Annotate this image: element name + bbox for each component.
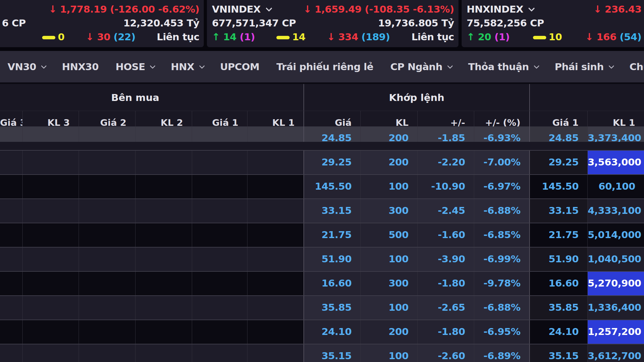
matched-orders-group-label: Khớp lệnh <box>389 92 444 103</box>
buy-cell-empty <box>79 344 136 362</box>
tab-thỏa-thuận[interactable]: Thỏa thuận <box>468 61 538 72</box>
buy-cell-empty <box>136 151 192 174</box>
sell-price-1-cell: 24.10 <box>530 320 588 344</box>
tab-label: CP Ngành <box>390 61 442 72</box>
buy-cell-empty <box>192 248 247 271</box>
buy-cell-empty <box>247 223 304 247</box>
chevron-down-icon[interactable] <box>528 5 535 12</box>
buy-cell-empty <box>0 248 23 271</box>
index-panel-row-3: 0↓ 30 (22)Liên tục <box>2 30 199 43</box>
buy-cell-empty <box>192 199 247 223</box>
change-pct-cell: -6.93% <box>474 126 530 142</box>
buy-side-group-label: Bên mua <box>111 92 159 103</box>
total-turnover: 12,320.453 Tỷ <box>123 17 199 29</box>
tab-hnx30[interactable]: HNX30 <box>62 61 98 72</box>
down-arrow-icon: ↓ <box>49 3 57 15</box>
floor-count: (54) <box>620 31 641 42</box>
index-selector[interactable]: VNINDEX <box>212 3 270 15</box>
sell-volume-1-cell: 3,563,000 <box>588 151 644 174</box>
change-pct-cell: -6.97% <box>474 175 530 198</box>
reference-count: 10 <box>533 31 562 42</box>
matched-volume-cell: 100 <box>361 248 418 271</box>
buy-cell-empty <box>79 126 136 142</box>
index-selector[interactable]: HNXINDEX <box>467 3 533 15</box>
price-table-row[interactable]: 35.15100-2.60-6.89%35.153,612,700 <box>0 344 644 362</box>
change-cell: -3.90 <box>418 248 474 271</box>
tab-label: Chứng <box>630 61 644 72</box>
tab-chứng[interactable]: Chứng <box>630 61 644 72</box>
change-pct-cell: -7.00% <box>474 151 530 174</box>
price-table-row[interactable]: 16.60300-1.80-9.78%16.605,270,900 <box>0 271 644 295</box>
sell-side-group-header <box>530 84 644 111</box>
buy-cell-empty <box>0 151 23 174</box>
tab-trái-phiếu-riêng-lẻ[interactable]: Trái phiếu riêng lẻ <box>276 61 373 72</box>
buy-cell-empty <box>136 296 192 320</box>
chevron-down-icon[interactable] <box>265 5 272 12</box>
tab-phái-sinh[interactable]: Phái sinh <box>555 61 613 72</box>
tab-upcom[interactable]: UPCOM <box>220 61 259 72</box>
tab-hose[interactable]: HOSE <box>116 61 154 72</box>
price-table-row[interactable]: 145.50100-10.90-6.97%145.5060,100 <box>0 174 644 198</box>
chevron-down-icon <box>150 63 155 69</box>
matched-price-cell: 24.10 <box>304 320 361 344</box>
price-table-row[interactable]: 24.10200-1.80-6.95%24.101,257,200 <box>0 320 644 344</box>
buy-cell-empty <box>247 320 304 344</box>
sell-volume-1-cell: 60,100 <box>588 175 644 198</box>
tab-label: HNX <box>171 61 194 72</box>
reference-count-value: 10 <box>549 31 562 42</box>
buy-cell-empty <box>247 151 304 174</box>
tab-label: UPCOM <box>220 61 259 72</box>
buy-cell-empty <box>192 126 247 142</box>
reference-dash-icon <box>276 36 290 39</box>
index-panel-row-1: ↓ 1,778.19 (-126.00 -6.62%) <box>2 3 199 16</box>
tab-label: HNX30 <box>62 61 98 72</box>
price-table-row[interactable]: 35.85100-2.65-6.88%35.851,336,400 <box>0 295 644 320</box>
buy-cell-empty <box>247 296 304 320</box>
change-cell: -2.45 <box>418 199 474 223</box>
buy-cell-empty <box>247 344 304 362</box>
buy-cell-empty <box>79 320 136 344</box>
price-table-row[interactable]: 33.15300-2.45-6.88%33.154,333,100 <box>0 198 644 223</box>
index-name: VNINDEX <box>212 3 261 15</box>
advancers-count: ↑ 20 (1) <box>467 31 510 42</box>
chevron-down-icon <box>41 63 47 69</box>
buy-cell-empty <box>79 175 136 198</box>
matched-orders-group-header: Khớp lệnh <box>304 84 530 111</box>
buy-cell-empty <box>192 296 247 320</box>
buy-cell-empty <box>0 223 23 247</box>
chevron-down-icon <box>447 63 453 69</box>
change-cell: -2.60 <box>418 344 474 362</box>
matched-volume-cell: 100 <box>361 296 418 320</box>
total-shares: 677,571,347 CP <box>212 17 296 29</box>
decliners-count: ↓ 334 (189) <box>327 31 390 42</box>
change-pct-cell: -6.88% <box>474 296 530 320</box>
sell-volume-1-cell: 4,333,100 <box>588 199 644 223</box>
matched-price-cell: 24.85 <box>304 126 361 142</box>
index-panel: HNXINDEX↓ 236.4375,582,256 CP↑ 20 (1)10↓… <box>462 0 644 47</box>
index-panel-row-2: 677,571,347 CP19,736.805 Tỷ <box>212 16 454 30</box>
tab-cp-ngành[interactable]: CP Ngành <box>390 61 451 72</box>
buy-cell-empty <box>192 344 247 362</box>
matched-price-cell: 21.75 <box>304 223 361 247</box>
price-table-row[interactable]: 29.25200-2.20-7.00%29.253,563,000 <box>0 150 644 174</box>
buy-cell-empty <box>79 151 136 174</box>
matched-price-cell: 33.15 <box>304 199 361 223</box>
buy-cell-empty <box>0 126 23 142</box>
price-table-row[interactable]: 24.85200-1.85-6.93%24.853,373,400 <box>0 135 644 150</box>
sell-price-1-cell: 21.75 <box>530 223 588 247</box>
buy-cell-empty <box>0 344 23 362</box>
tab-hnx[interactable]: HNX <box>171 61 203 72</box>
buy-cell-empty <box>23 126 79 142</box>
price-table-row[interactable]: 51.90100-3.90-6.99%51.901,040,500 <box>0 247 644 271</box>
session-status: Liên tục <box>411 31 454 42</box>
buy-cell-empty <box>192 223 247 247</box>
buy-cell-empty <box>0 199 23 223</box>
matched-price-cell: 145.50 <box>304 175 361 198</box>
tab-label: Trái phiếu riêng lẻ <box>276 61 373 72</box>
buy-cell-empty <box>79 296 136 320</box>
buy-cell-empty <box>136 126 192 142</box>
buy-side-group-header: Bên mua <box>0 84 304 111</box>
change-cell: -1.60 <box>418 223 474 247</box>
price-table-row[interactable]: 21.75500-1.60-6.85%21.755,014,000 <box>0 223 644 247</box>
tab-vn30[interactable]: VN30 <box>8 61 45 72</box>
